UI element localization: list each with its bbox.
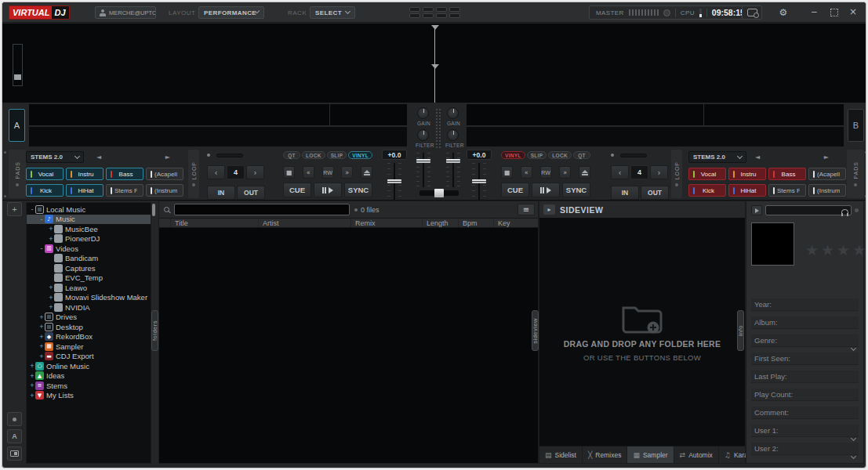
fader-handle[interactable] xyxy=(416,159,430,163)
expand-icon[interactable]: + xyxy=(48,235,54,243)
prelisten-bar[interactable] xyxy=(765,205,852,215)
tree-item[interactable]: -▥Videos xyxy=(27,244,151,254)
info-field-firstseen[interactable]: First Seen: xyxy=(751,352,859,365)
expand-icon[interactable]: + xyxy=(38,352,45,360)
tree-item[interactable]: -♪Music xyxy=(27,215,151,225)
stem-pad-vocal[interactable]: Vocal xyxy=(688,168,726,180)
stem-pad-kick[interactable]: Kick xyxy=(26,184,64,197)
column-header-bpm[interactable]: Bpm xyxy=(459,219,494,227)
column-header-key[interactable]: Key xyxy=(494,219,538,227)
info-side-tab[interactable]: info xyxy=(737,310,744,351)
stem-pad-kick[interactable]: Kick xyxy=(688,184,726,197)
search-input[interactable] xyxy=(174,204,350,215)
tab-sidelist[interactable]: ▤Sidelist xyxy=(539,446,583,463)
arrow-right-icon[interactable]: ► xyxy=(824,154,829,161)
deck-b-badge[interactable]: B xyxy=(848,109,864,142)
deck-b-stems-bank-dropdown[interactable]: STEMS 2.0 xyxy=(688,151,746,163)
rhythm-waveform-area[interactable] xyxy=(2,24,866,103)
list-options-button[interactable]: ≡ xyxy=(518,204,535,215)
stop-button[interactable]: ■ xyxy=(283,166,295,179)
tree-item[interactable]: +Drives xyxy=(27,313,151,323)
toggle-slip[interactable]: SLIP xyxy=(527,151,547,159)
sideview-side-tab[interactable]: sideview xyxy=(532,310,539,351)
info-field-playcount[interactable]: Play Count: xyxy=(751,389,859,401)
deck-a-badge[interactable]: A xyxy=(9,109,25,142)
filter-knob-left[interactable] xyxy=(417,129,429,141)
toggle-qt[interactable]: QT xyxy=(573,151,590,159)
stem-pad-bass[interactable]: Bass xyxy=(768,168,806,180)
eject-button[interactable] xyxy=(361,166,372,179)
deck-b-loop-strip[interactable]: LOOP xyxy=(671,150,682,198)
filter-knob-right[interactable] xyxy=(447,129,459,141)
waveform-zoom-slider[interactable] xyxy=(13,44,23,86)
stem-pad-hihat[interactable]: HiHat xyxy=(728,184,766,197)
stem-pad-instru[interactable]: Instru xyxy=(728,168,766,180)
add-folder-button[interactable]: + xyxy=(7,202,22,216)
tab-automix[interactable]: ⇄Automix xyxy=(674,446,719,463)
stem-pad-instru[interactable]: Instru xyxy=(66,168,104,180)
expand-icon[interactable]: + xyxy=(29,381,35,389)
expand-icon[interactable]: + xyxy=(48,303,54,311)
loop-size-slider[interactable] xyxy=(620,154,647,157)
info-field-lastplay[interactable]: Last Play: xyxy=(751,371,859,383)
tree-item[interactable]: +PioneerDJ xyxy=(27,234,151,244)
tree-item[interactable]: Captures xyxy=(27,263,151,273)
toggle-lock[interactable]: LOCK xyxy=(302,151,325,159)
deck-b-waveform-strip[interactable] xyxy=(467,127,844,146)
tree-item[interactable]: +▬CDJ Export xyxy=(27,352,151,362)
fader-handle[interactable] xyxy=(446,159,460,163)
wave-layout-slot[interactable] xyxy=(409,13,420,18)
stem-pad-hihat[interactable]: HiHat xyxy=(66,184,104,197)
wave-layout-slot[interactable] xyxy=(449,13,460,18)
star-icon[interactable]: ★ xyxy=(805,241,819,258)
deck-a-stems-bank-dropdown[interactable]: STEMS 2.0 xyxy=(26,151,84,163)
tab-sampler[interactable]: ▦Sampler xyxy=(627,446,674,463)
deck-a-loop-strip[interactable]: LOOP xyxy=(188,150,199,198)
arrow-right-icon[interactable]: ► xyxy=(165,154,170,161)
expand-icon[interactable]: + xyxy=(38,333,45,341)
tree-item[interactable]: +NVIDIA xyxy=(27,302,151,313)
arrow-left-icon[interactable]: ◄ xyxy=(96,154,101,161)
tree-item[interactable]: +○Online Music xyxy=(27,361,151,371)
loop-out-button[interactable]: OUT xyxy=(641,186,669,200)
play-pause-button[interactable] xyxy=(314,183,342,197)
pitch-fader[interactable] xyxy=(387,163,401,201)
loop-double-button[interactable]: › xyxy=(246,165,264,179)
stop-button[interactable]: ■ xyxy=(501,166,513,179)
loop-half-button[interactable]: ‹ xyxy=(611,165,629,179)
skip-back-button[interactable]: « xyxy=(521,166,532,179)
gain-knob-right[interactable] xyxy=(447,107,459,119)
loop-out-button[interactable]: OUT xyxy=(237,186,265,200)
folders-side-tab[interactable]: folders xyxy=(151,310,158,351)
layout-dropdown[interactable]: PERFORMANCE xyxy=(198,6,264,19)
stem-pad-stemsfx[interactable]: Stems FX xyxy=(106,184,143,197)
arrow-left-icon[interactable]: ◄ xyxy=(755,154,760,161)
record-button[interactable] xyxy=(742,5,762,20)
tree-item[interactable]: -Local Music xyxy=(27,204,151,215)
sideview-drop-zone[interactable]: DRAG AND DROP ANY FOLDER HERE OR USE THE… xyxy=(539,218,745,446)
loop-half-button[interactable]: ‹ xyxy=(207,165,225,179)
rewind-button[interactable]: RW xyxy=(322,166,334,179)
font-size-button[interactable]: A xyxy=(7,429,22,443)
info-field-genre[interactable]: Genre: xyxy=(751,334,859,347)
toggle-slip[interactable]: SLIP xyxy=(327,151,347,159)
expand-icon[interactable]: + xyxy=(48,294,54,302)
star-icon[interactable]: ★ xyxy=(852,241,866,258)
tree-scrollbar[interactable] xyxy=(152,204,155,216)
sync-button[interactable]: SYNC xyxy=(562,183,590,197)
close-button[interactable]: × xyxy=(849,7,857,16)
info-field-year[interactable]: Year: xyxy=(751,298,859,311)
tab-remixes[interactable]: ╳Remixes xyxy=(583,446,627,463)
wave-layout-slot[interactable] xyxy=(423,13,434,18)
loop-double-button[interactable]: › xyxy=(650,165,668,179)
channel-fader-right[interactable] xyxy=(446,153,460,187)
cue-button[interactable]: CUE xyxy=(283,183,311,197)
deck-b-pads-strip[interactable]: PADS xyxy=(847,150,864,198)
expand-icon[interactable]: + xyxy=(48,225,54,233)
toggle-vinyl[interactable]: VINYL xyxy=(348,151,372,159)
options-dot-button[interactable] xyxy=(855,208,859,212)
tree-item[interactable]: +▦Sampler xyxy=(27,342,151,352)
toggle-qt[interactable]: QT xyxy=(283,151,300,159)
browser-options-button[interactable] xyxy=(7,412,22,426)
channel-fader-left[interactable] xyxy=(416,153,430,187)
